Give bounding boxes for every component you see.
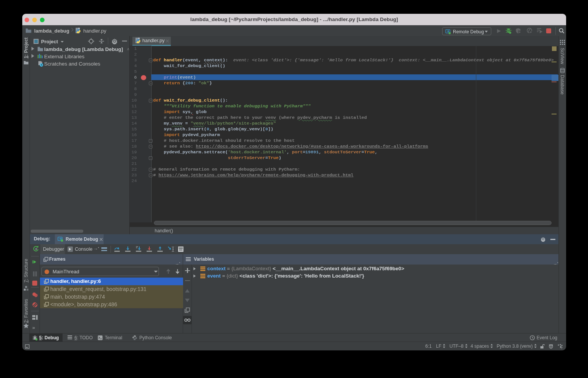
svg-text:?: ? [561,346,563,349]
